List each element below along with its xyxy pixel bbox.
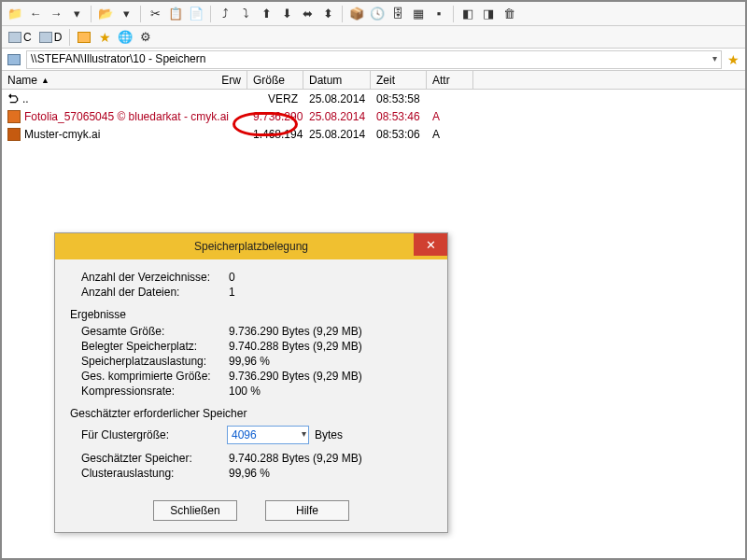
toolbar-button[interactable]: ★ [95, 28, 114, 47]
usage-label: Speicherplatzauslastung: [70, 355, 229, 368]
ratio-value: 100 % [229, 385, 261, 398]
dir-count-value: 0 [229, 271, 235, 284]
cluster-usage-value: 99,96 % [229, 467, 270, 480]
network-location-icon [7, 54, 21, 65]
toolbar-button[interactable]: 🌐 [116, 28, 134, 47]
file-date: 25.08.2014 [303, 128, 371, 141]
results-header: Ergebnisse [70, 308, 432, 321]
favorite-icon: ★ [99, 30, 111, 45]
file-name: Fotolia_57065045 © bluedarkat - cmyk.ai [24, 110, 229, 123]
toolbar-button[interactable]: ← [26, 5, 45, 23]
toolbar-button[interactable]: ◨ [479, 5, 498, 23]
file-row[interactable]: Muster-cmyk.ai1.468.19425.08.201408:53:0… [2, 125, 745, 143]
chevron-down-icon[interactable]: ▾ [712, 53, 717, 63]
cluster-label: Für Clustergröße: [81, 428, 221, 441]
close-dialog-button[interactable]: Schließen [153, 500, 237, 521]
drive-button[interactable]: D [36, 30, 65, 45]
drive-icon [8, 32, 21, 43]
toolbar-button[interactable]: ⚙ [136, 28, 155, 47]
file-date: 25.08.2014 [303, 110, 371, 123]
chevron-down-icon: ▾ [302, 428, 306, 439]
col-time[interactable]: Zeit [371, 71, 427, 89]
total-size-value: 9.736.290 Bytes (9,29 MB) [229, 325, 362, 338]
file-row[interactable]: ⮌..VERZ25.08.201408:53:58 [2, 90, 745, 107]
file-size: 9.736.290 [247, 110, 303, 123]
close-button[interactable]: ✕ [414, 233, 447, 256]
cluster-size-combo[interactable]: 4096 ▾ [227, 426, 309, 444]
toolbar-button[interactable]: 📄 [187, 5, 205, 23]
cluster-unit: Bytes [315, 428, 343, 441]
toolbar-button[interactable]: 📁 [6, 5, 24, 23]
col-attr[interactable]: Attr [427, 71, 473, 89]
column-headers: Name ▲ Erw Größe Datum Zeit Attr [2, 71, 745, 90]
toolbar-button[interactable]: ✂ [146, 5, 164, 23]
toolbar-button[interactable]: ⬍ [318, 5, 337, 23]
file-time: 08:53:46 [371, 110, 427, 123]
toolbar-button[interactable] [75, 28, 93, 47]
compressed-value: 9.736.290 Bytes (9,29 MB) [229, 370, 362, 383]
col-date[interactable]: Datum [303, 71, 371, 89]
dir-count-label: Anzahl der Verzeichnisse: [70, 271, 229, 284]
path-bar: \\STEFAN\Illustrator\10 - Speichern ▾ ★ [2, 49, 745, 71]
toolbar-button[interactable]: 📦 [347, 5, 366, 23]
path-star-icon[interactable]: ★ [727, 52, 740, 67]
toolbar-button[interactable]: ▪ [430, 5, 448, 23]
sort-asc-icon: ▲ [41, 76, 49, 85]
toolbar-button[interactable]: ▦ [409, 5, 428, 23]
file-list: ⮌..VERZ25.08.201408:53:58Fotolia_5706504… [2, 90, 745, 143]
file-name: .. [22, 92, 29, 105]
toolbar-button[interactable]: ⬌ [298, 5, 317, 23]
toolbar-button[interactable]: ▾ [67, 5, 86, 23]
drive-icon [39, 32, 52, 43]
toolbar-button[interactable]: 📋 [166, 5, 185, 23]
path-input[interactable]: \\STEFAN\Illustrator\10 - Speichern ▾ [26, 50, 722, 69]
toolbar-button[interactable]: ⤴ [216, 5, 234, 23]
toolbar-button[interactable]: ⬆ [257, 5, 275, 23]
file-count-value: 1 [229, 286, 235, 299]
toolbar-button[interactable]: → [47, 5, 65, 23]
toolbar-separator [69, 29, 70, 46]
toolbar-button[interactable]: 🗄 [388, 5, 407, 23]
col-size[interactable]: Größe [247, 71, 303, 89]
estimate-header: Geschätzter erforderlicher Speicher [70, 407, 432, 420]
toolbar-button[interactable]: ⤵ [236, 5, 255, 23]
est-space-label: Geschätzter Speicher: [70, 452, 229, 465]
toolbar-button[interactable]: ◧ [458, 5, 477, 23]
toolbar-separator [140, 6, 141, 22]
help-button[interactable]: Hilfe [265, 500, 349, 521]
file-icon [7, 110, 21, 123]
file-date: 25.08.2014 [303, 92, 371, 105]
drive-label: C [23, 31, 32, 44]
est-space-value: 9.740.288 Bytes (9,29 MB) [229, 452, 362, 465]
toolbar-separator [91, 6, 92, 22]
col-name[interactable]: Name ▲ Erw [2, 71, 247, 89]
parent-dir-icon: ⮌ [7, 92, 19, 105]
ratio-label: Kompressionsrate: [70, 385, 229, 398]
dialog-titlebar[interactable]: Speicherplatzbelegung ✕ [55, 233, 447, 259]
file-size: VERZ [247, 92, 303, 105]
toolbar-separator [342, 6, 343, 22]
drive-toolbar: CD★🌐⚙ [2, 26, 745, 49]
toolbar-button[interactable]: ⬇ [277, 5, 296, 23]
cluster-usage-label: Clusterauslastung: [70, 467, 229, 480]
compressed-label: Ges. komprimierte Größe: [70, 370, 229, 383]
toolbar-button[interactable]: 🕓 [368, 5, 387, 23]
usage-value: 99,96 % [229, 355, 270, 368]
file-size: 1.468.194 [247, 128, 303, 141]
close-icon: ✕ [426, 238, 436, 252]
drive-button[interactable]: C [6, 30, 35, 45]
path-text: \\STEFAN\Illustrator\10 - Speichern [31, 52, 205, 65]
drive-label: D [54, 31, 63, 44]
toolbar-separator [453, 6, 454, 22]
toolbar-button[interactable]: ▾ [117, 5, 135, 23]
file-name: Muster-cmyk.ai [24, 128, 100, 141]
toolbar-separator [210, 6, 211, 22]
used-space-label: Belegter Speicherplatz: [70, 340, 229, 353]
file-attr: A [427, 110, 473, 123]
total-size-label: Gesamte Größe: [70, 325, 229, 338]
toolbar-button[interactable]: 📂 [96, 5, 115, 23]
file-attr: A [427, 128, 473, 141]
file-row[interactable]: Fotolia_57065045 © bluedarkat - cmyk.ai9… [2, 107, 745, 125]
toolbar-button[interactable]: 🗑 [500, 5, 518, 23]
cluster-size-value: 4096 [232, 428, 257, 441]
